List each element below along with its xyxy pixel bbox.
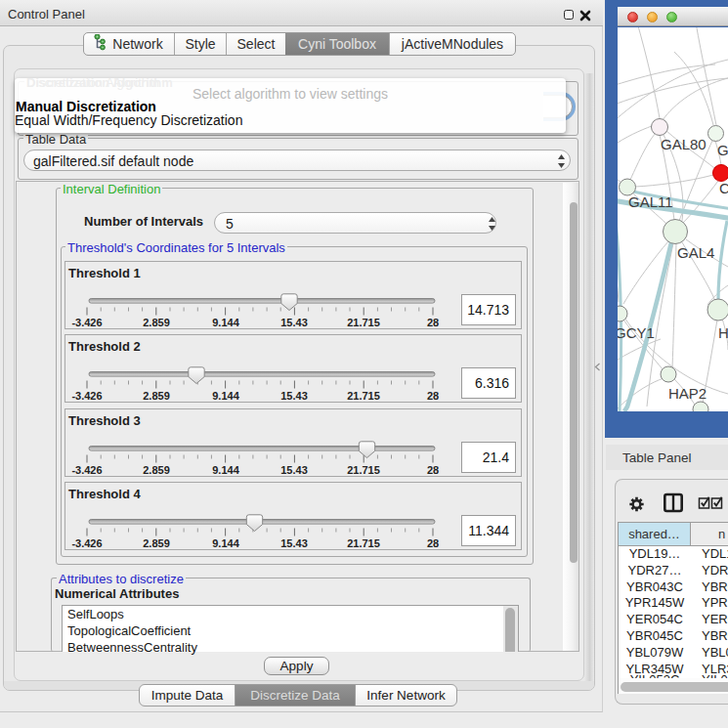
svg-text:HAP2: HAP2	[668, 385, 707, 402]
svg-text:GAL11: GAL11	[628, 193, 673, 210]
svg-text:GAL80: GAL80	[661, 136, 707, 152]
svg-text:CD: CD	[719, 180, 728, 196]
svg-text:GA: GA	[717, 142, 728, 158]
svg-text:GCY1: GCY1	[618, 324, 655, 341]
svg-text:GAL4: GAL4	[677, 244, 714, 261]
svg-text:H: H	[718, 324, 728, 341]
